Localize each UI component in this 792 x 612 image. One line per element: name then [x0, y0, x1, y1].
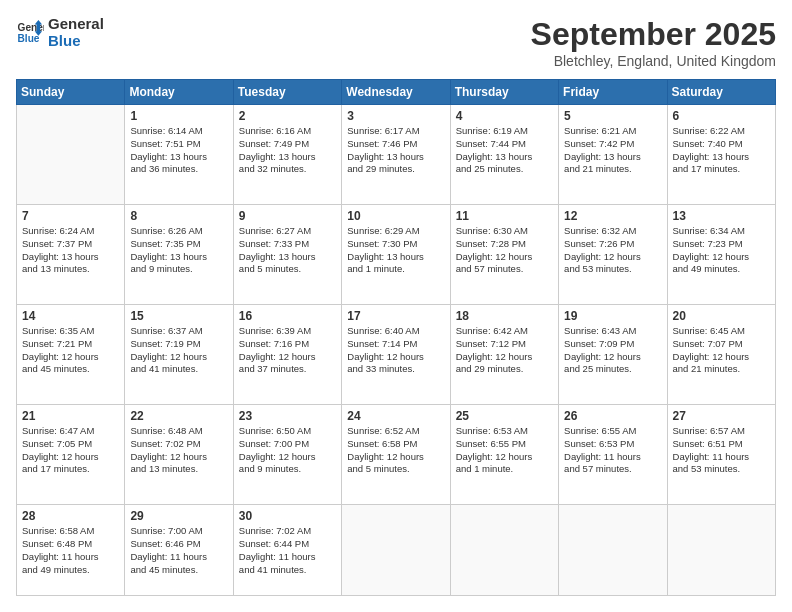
cell-info: Sunset: 7:16 PM — [239, 338, 336, 351]
cell-info: Sunrise: 6:43 AM — [564, 325, 661, 338]
calendar-header-monday: Monday — [125, 80, 233, 105]
cell-info: Sunrise: 6:57 AM — [673, 425, 770, 438]
calendar-cell — [667, 505, 775, 596]
month-title: September 2025 — [531, 16, 776, 53]
cell-info: Sunrise: 6:34 AM — [673, 225, 770, 238]
calendar-cell: 11Sunrise: 6:30 AMSunset: 7:28 PMDayligh… — [450, 205, 558, 305]
cell-info: Sunrise: 7:00 AM — [130, 525, 227, 538]
calendar-table: SundayMondayTuesdayWednesdayThursdayFrid… — [16, 79, 776, 596]
cell-info: Sunrise: 6:35 AM — [22, 325, 119, 338]
page-header: General Blue General Blue September 2025… — [16, 16, 776, 69]
cell-info: Sunset: 7:28 PM — [456, 238, 553, 251]
cell-info: Sunrise: 6:22 AM — [673, 125, 770, 138]
cell-info: Sunset: 7:12 PM — [456, 338, 553, 351]
calendar-cell: 20Sunrise: 6:45 AMSunset: 7:07 PMDayligh… — [667, 305, 775, 405]
cell-info: and 5 minutes. — [347, 463, 444, 476]
cell-info: and 5 minutes. — [239, 263, 336, 276]
cell-info: and 13 minutes. — [130, 463, 227, 476]
day-number: 25 — [456, 409, 553, 423]
cell-info: Sunrise: 6:26 AM — [130, 225, 227, 238]
week-row-3: 14Sunrise: 6:35 AMSunset: 7:21 PMDayligh… — [17, 305, 776, 405]
cell-info: and 37 minutes. — [239, 363, 336, 376]
cell-info: Sunset: 7:33 PM — [239, 238, 336, 251]
calendar-cell — [450, 505, 558, 596]
day-number: 18 — [456, 309, 553, 323]
calendar-cell: 12Sunrise: 6:32 AMSunset: 7:26 PMDayligh… — [559, 205, 667, 305]
cell-info: and 25 minutes. — [456, 163, 553, 176]
cell-info: Daylight: 13 hours — [130, 251, 227, 264]
cell-info: Sunset: 7:30 PM — [347, 238, 444, 251]
calendar-cell: 19Sunrise: 6:43 AMSunset: 7:09 PMDayligh… — [559, 305, 667, 405]
cell-info: Sunset: 7:37 PM — [22, 238, 119, 251]
cell-info: Sunset: 7:19 PM — [130, 338, 227, 351]
cell-info: and 49 minutes. — [673, 263, 770, 276]
cell-info: Sunset: 7:02 PM — [130, 438, 227, 451]
cell-info: Sunset: 6:44 PM — [239, 538, 336, 551]
cell-info: Sunset: 7:26 PM — [564, 238, 661, 251]
calendar-header-friday: Friday — [559, 80, 667, 105]
cell-info: and 32 minutes. — [239, 163, 336, 176]
calendar-cell: 26Sunrise: 6:55 AMSunset: 6:53 PMDayligh… — [559, 405, 667, 505]
day-number: 7 — [22, 209, 119, 223]
cell-info: Sunset: 7:40 PM — [673, 138, 770, 151]
calendar-cell: 13Sunrise: 6:34 AMSunset: 7:23 PMDayligh… — [667, 205, 775, 305]
day-number: 10 — [347, 209, 444, 223]
cell-info: Daylight: 13 hours — [673, 151, 770, 164]
day-number: 23 — [239, 409, 336, 423]
day-number: 9 — [239, 209, 336, 223]
location: Bletchley, England, United Kingdom — [531, 53, 776, 69]
day-number: 11 — [456, 209, 553, 223]
svg-text:Blue: Blue — [18, 33, 40, 44]
calendar-cell — [342, 505, 450, 596]
cell-info: Sunrise: 7:02 AM — [239, 525, 336, 538]
cell-info: Sunset: 6:51 PM — [673, 438, 770, 451]
cell-info: Daylight: 12 hours — [456, 451, 553, 464]
day-number: 19 — [564, 309, 661, 323]
calendar-cell: 7Sunrise: 6:24 AMSunset: 7:37 PMDaylight… — [17, 205, 125, 305]
day-number: 21 — [22, 409, 119, 423]
calendar-cell: 14Sunrise: 6:35 AMSunset: 7:21 PMDayligh… — [17, 305, 125, 405]
cell-info: Daylight: 13 hours — [22, 251, 119, 264]
week-row-1: 1Sunrise: 6:14 AMSunset: 7:51 PMDaylight… — [17, 105, 776, 205]
cell-info: and 57 minutes. — [564, 463, 661, 476]
cell-info: Sunset: 7:51 PM — [130, 138, 227, 151]
calendar-header-saturday: Saturday — [667, 80, 775, 105]
cell-info: and 9 minutes. — [130, 263, 227, 276]
cell-info: and 1 minute. — [456, 463, 553, 476]
calendar-header-row: SundayMondayTuesdayWednesdayThursdayFrid… — [17, 80, 776, 105]
cell-info: Daylight: 11 hours — [239, 551, 336, 564]
logo: General Blue General Blue — [16, 16, 104, 49]
cell-info: Daylight: 12 hours — [673, 251, 770, 264]
cell-info: and 53 minutes. — [564, 263, 661, 276]
cell-info: Sunset: 6:55 PM — [456, 438, 553, 451]
cell-info: Daylight: 12 hours — [239, 351, 336, 364]
cell-info: Sunset: 6:58 PM — [347, 438, 444, 451]
cell-info: Sunset: 6:48 PM — [22, 538, 119, 551]
cell-info: Daylight: 11 hours — [673, 451, 770, 464]
cell-info: Sunrise: 6:45 AM — [673, 325, 770, 338]
cell-info: Sunrise: 6:50 AM — [239, 425, 336, 438]
cell-info: Sunrise: 6:21 AM — [564, 125, 661, 138]
calendar-header-sunday: Sunday — [17, 80, 125, 105]
day-number: 27 — [673, 409, 770, 423]
cell-info: Sunrise: 6:53 AM — [456, 425, 553, 438]
cell-info: Daylight: 13 hours — [239, 151, 336, 164]
cell-info: Daylight: 12 hours — [564, 251, 661, 264]
calendar-cell: 15Sunrise: 6:37 AMSunset: 7:19 PMDayligh… — [125, 305, 233, 405]
calendar-header-tuesday: Tuesday — [233, 80, 341, 105]
calendar-header-wednesday: Wednesday — [342, 80, 450, 105]
logo-line1: General — [48, 16, 104, 33]
cell-info: Daylight: 12 hours — [564, 351, 661, 364]
logo-line2: Blue — [48, 33, 104, 50]
cell-info: Sunrise: 6:37 AM — [130, 325, 227, 338]
calendar-cell: 6Sunrise: 6:22 AMSunset: 7:40 PMDaylight… — [667, 105, 775, 205]
cell-info: Daylight: 12 hours — [347, 351, 444, 364]
cell-info: and 45 minutes. — [22, 363, 119, 376]
cell-info: Sunrise: 6:47 AM — [22, 425, 119, 438]
day-number: 13 — [673, 209, 770, 223]
cell-info: and 33 minutes. — [347, 363, 444, 376]
cell-info: Daylight: 12 hours — [239, 451, 336, 464]
cell-info: Daylight: 12 hours — [22, 351, 119, 364]
calendar-cell: 24Sunrise: 6:52 AMSunset: 6:58 PMDayligh… — [342, 405, 450, 505]
day-number: 17 — [347, 309, 444, 323]
